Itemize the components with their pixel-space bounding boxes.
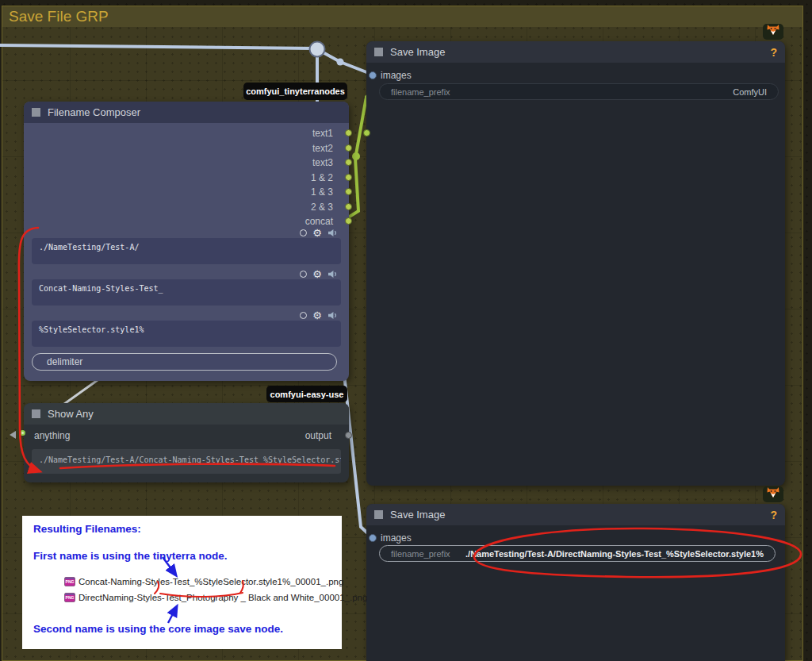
field1-controls: ⚙ (300, 228, 338, 238)
show-any-header[interactable]: Show Any (24, 403, 349, 425)
file-row-2: PNG DirectNaming-Styles-Test_Photography… (64, 592, 367, 603)
save-image-header[interactable]: Save Image ? (366, 504, 785, 525)
output-row-2and3: 2 & 3 (24, 200, 349, 214)
text1-field[interactable]: ./NameTesting/Test-A/ (32, 238, 341, 264)
output-row-text1: text1 (24, 126, 349, 140)
png-file-icon: PNG (64, 593, 75, 602)
text2-field[interactable]: Concat-Naming-Styles-Test_ (32, 279, 341, 306)
output-label: 1 & 2 (311, 172, 333, 183)
output-row-text2: text2 (24, 141, 349, 156)
tinyterra-fox-badge[interactable] (763, 486, 783, 502)
circle-icon[interactable] (300, 229, 307, 236)
output-label: text1 (312, 128, 333, 139)
speaker-icon[interactable] (327, 229, 338, 237)
output-dot[interactable] (345, 174, 352, 181)
show-any-value: ./NameTesting/Test-A/Concat-Naming-Style… (32, 449, 341, 474)
speaker-icon[interactable] (327, 270, 338, 279)
widget-label: filename_prefix (391, 549, 450, 559)
input-arrow-icon (10, 431, 16, 439)
field3-controls: ⚙ (300, 310, 338, 321)
png-file-icon: PNG (64, 577, 75, 586)
help-icon[interactable]: ? (770, 46, 777, 59)
output-dot[interactable] (345, 144, 352, 152)
collapse-icon[interactable] (374, 48, 383, 56)
output-label: text3 (312, 157, 333, 168)
output-dot[interactable] (345, 203, 352, 210)
node-title: Save Image (390, 509, 445, 521)
node-filename-composer[interactable]: Filename Composer text1 text2 text3 1 & … (24, 102, 349, 381)
output-label: 1 & 3 (311, 186, 333, 198)
tinyterra-fox-badge[interactable] (763, 24, 783, 40)
filename-prefix-widget[interactable]: filename_prefix ComfyUI (379, 83, 779, 100)
circle-icon[interactable] (300, 312, 307, 319)
images-label: images (381, 532, 412, 544)
field2-controls: ⚙ (300, 269, 338, 279)
images-input-dot[interactable] (369, 71, 377, 79)
fox-icon (767, 25, 779, 39)
images-input-dot[interactable] (369, 534, 377, 542)
node-title: Filename Composer (48, 106, 140, 118)
file-row-1: PNG Concat-Naming-Styles-Test_%StyleSele… (64, 576, 343, 587)
gear-icon[interactable]: ⚙ (312, 228, 322, 238)
filename-prefix-input-dot[interactable] (363, 129, 370, 136)
show-any-io-row: anything output (24, 429, 349, 442)
node-title: Show Any (48, 408, 94, 420)
note-heading: Resulting Filenames: (33, 523, 141, 535)
node-save-image-top[interactable]: Save Image ? images filename_prefix Comf… (366, 41, 785, 486)
output-label: 2 & 3 (311, 202, 333, 213)
filename-2: DirectNaming-Styles-Test_Photography _ B… (79, 593, 367, 602)
save-image-header[interactable]: Save Image ? (366, 41, 785, 63)
note-caption-second: Second name is using the core image save… (33, 623, 283, 635)
node-title: Save Image (390, 46, 445, 58)
gear-icon[interactable]: ⚙ (312, 269, 322, 279)
badge-tinyterranodes: comfyui_tinyterranodes (243, 83, 347, 100)
widget-value: ./NameTesting/Test-A/DirectNaming-Styles… (465, 549, 764, 559)
graph-canvas[interactable]: Save File GRP Filename Composer text1 te… (0, 0, 812, 661)
output-row-1and3: 1 & 3 (24, 185, 349, 199)
group-title[interactable]: Save File GRP (2, 6, 802, 27)
badge-easy-use: comfyui-easy-use (266, 386, 347, 402)
text3-field[interactable]: %StyleSelector.style1% (32, 321, 341, 347)
gear-icon[interactable]: ⚙ (312, 310, 322, 321)
help-icon[interactable]: ? (770, 509, 777, 521)
delimiter-input[interactable]: delimiter (32, 353, 337, 371)
output-row-1and2: 1 & 2 (24, 171, 349, 185)
output-dot[interactable] (345, 188, 352, 195)
collapse-icon[interactable] (32, 108, 40, 117)
widget-value: ComfyUI (733, 87, 767, 97)
circle-icon[interactable] (300, 271, 307, 278)
output-dot[interactable] (345, 432, 352, 439)
filename-1: Concat-Naming-Styles-Test_%StyleSelector… (79, 577, 343, 586)
output-dot[interactable] (345, 129, 352, 136)
anything-input-dot[interactable] (20, 430, 25, 436)
speaker-icon[interactable] (327, 311, 338, 320)
fox-icon (767, 487, 779, 502)
output-label: text2 (312, 143, 333, 154)
anything-label: anything (34, 430, 70, 441)
output-row-concat: concat (24, 214, 349, 229)
output-dot[interactable] (345, 159, 352, 166)
filename-prefix-widget[interactable]: filename_prefix ./NameTesting/Test-A/Dir… (379, 545, 776, 562)
node-show-any[interactable]: Show Any anything output ./NameTesting/T… (24, 403, 349, 482)
collapse-icon[interactable] (32, 409, 40, 418)
images-input-row: images (366, 69, 785, 82)
output-row-text3: text3 (24, 156, 349, 170)
output-dot[interactable] (345, 217, 352, 225)
images-label: images (381, 70, 412, 81)
output-label: output (305, 430, 331, 441)
widget-label: filename_prefix (391, 87, 450, 97)
node-save-image-bottom[interactable]: Save Image ? images filename_prefix ./Na… (366, 504, 785, 661)
note-caption-first: First name is using the tinyterra node. (33, 550, 228, 562)
output-label: concat (305, 216, 333, 227)
annotation-note-box: Resulting Filenames: First name is using… (22, 516, 342, 649)
filename-composer-header[interactable]: Filename Composer (24, 102, 349, 123)
images-input-row: images (366, 532, 785, 544)
collapse-icon[interactable] (374, 510, 383, 519)
